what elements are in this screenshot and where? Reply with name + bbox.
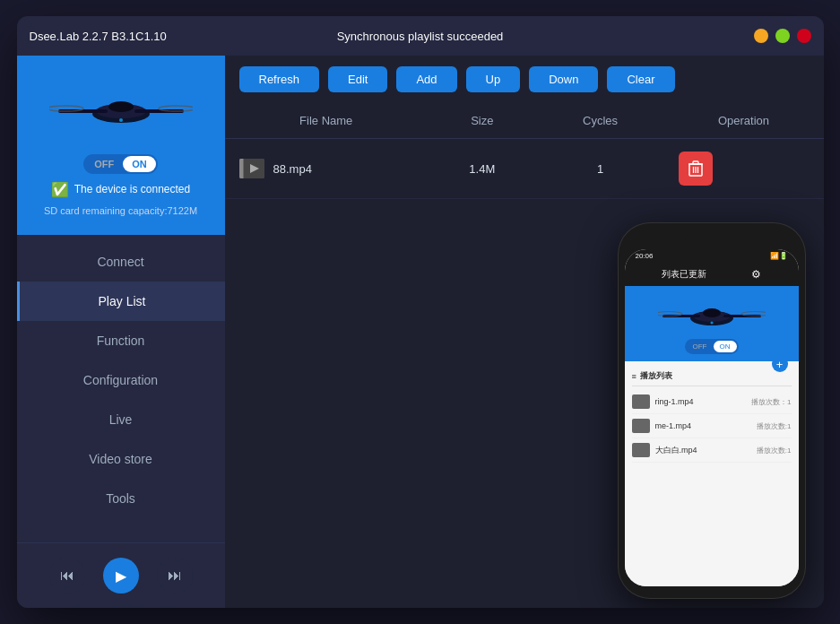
app-window: Dsee.Lab 2.2.7 B3.1C1.10 Synchronous pla… bbox=[17, 16, 824, 608]
sidebar-item-function[interactable]: Function bbox=[17, 321, 225, 360]
svg-point-7 bbox=[119, 118, 123, 122]
app-title: Dsee.Lab 2.2.7 B3.1C1.10 bbox=[30, 30, 167, 43]
cell-cycles: 1 bbox=[537, 139, 664, 199]
title-bar: Dsee.Lab 2.2.7 B3.1C1.10 Synchronous pla… bbox=[17, 16, 824, 56]
nav-items: Connect Play List Function Configuration… bbox=[17, 235, 225, 542]
main-layout: OFF ON ✅ The device is connected SD card… bbox=[17, 56, 824, 608]
add-button[interactable]: Add bbox=[396, 66, 456, 92]
edit-button[interactable]: Edit bbox=[328, 66, 387, 92]
phone-toggle: OFF ON bbox=[685, 339, 739, 354]
phone-header: 列表已更新 ⚙ bbox=[625, 263, 799, 286]
phone-toggle-on: ON bbox=[714, 341, 737, 352]
connected-text: The device is connected bbox=[74, 183, 190, 195]
phone-screen: 20:06 📶🔋 列表已更新 ⚙ bbox=[625, 249, 799, 586]
file-icon bbox=[239, 159, 264, 178]
col-cycles: Cycles bbox=[537, 103, 664, 139]
phone-status-bar: 20:06 📶🔋 bbox=[625, 249, 799, 263]
list-item: me-1.mp4 播放次数:1 bbox=[632, 414, 792, 438]
phone-thumb-2 bbox=[632, 419, 650, 433]
list-item: 大白白.mp4 播放次数:1 bbox=[632, 438, 792, 463]
device-panel: OFF ON ✅ The device is connected SD card… bbox=[17, 56, 225, 235]
cell-operation bbox=[664, 139, 824, 199]
phone-filename-1: ring-1.mp4 bbox=[655, 397, 747, 406]
col-size: Size bbox=[428, 103, 537, 139]
phone-cycles-3: 播放次数:1 bbox=[757, 446, 792, 455]
close-button[interactable] bbox=[797, 29, 811, 43]
phone-cycles-2: 播放次数:1 bbox=[757, 421, 792, 431]
phone-cycles-1: 播放次数：1 bbox=[751, 397, 791, 407]
list-header-text: 播放列表 bbox=[640, 370, 672, 382]
play-button[interactable]: ▶ bbox=[103, 558, 139, 594]
next-button[interactable]: ⏭ bbox=[157, 558, 193, 594]
list-icon: ≡ bbox=[632, 372, 636, 381]
sidebar-item-configuration[interactable]: Configuration bbox=[17, 360, 225, 400]
toggle-off-label: OFF bbox=[85, 156, 123, 172]
phone-list-header: ≡ 播放列表 bbox=[632, 367, 792, 386]
down-button[interactable]: Down bbox=[529, 66, 598, 92]
device-image bbox=[49, 75, 193, 147]
sidebar: OFF ON ✅ The device is connected SD card… bbox=[17, 56, 225, 608]
toggle-on-label: ON bbox=[123, 156, 156, 172]
svg-rect-13 bbox=[693, 161, 698, 164]
filename-text: 88.mp4 bbox=[273, 162, 312, 176]
cell-size: 1.4M bbox=[428, 139, 537, 199]
svg-rect-9 bbox=[239, 159, 244, 178]
file-cell: 88.mp4 bbox=[239, 159, 413, 178]
table-header-row: File Name Size Cycles Operation bbox=[225, 103, 824, 139]
toolbar: Refresh Edit Add Up Down Clear bbox=[225, 56, 824, 103]
device-status: ✅ The device is connected bbox=[51, 181, 190, 198]
sidebar-item-tools[interactable]: Tools bbox=[17, 479, 225, 518]
sd-capacity-text: SD card remaining capacity:7122M bbox=[44, 205, 197, 216]
content-area: Refresh Edit Add Up Down Clear File Name… bbox=[225, 56, 824, 608]
playback-controls: ⏮ ▶ ⏭ bbox=[17, 542, 225, 608]
svg-point-24 bbox=[710, 322, 713, 325]
col-filename: File Name bbox=[225, 103, 428, 139]
video-file-icon bbox=[239, 159, 264, 178]
phone-device-area: OFF ON bbox=[625, 286, 799, 361]
playlist-table: File Name Size Cycles Operation bbox=[225, 103, 824, 199]
phone-thumb-3 bbox=[632, 443, 650, 457]
clear-button[interactable]: Clear bbox=[607, 66, 674, 92]
drone-illustration bbox=[49, 80, 193, 143]
device-toggle[interactable]: OFF ON bbox=[83, 154, 158, 174]
phone-filename-2: me-1.mp4 bbox=[655, 421, 751, 430]
check-icon: ✅ bbox=[51, 181, 69, 198]
refresh-button[interactable]: Refresh bbox=[239, 66, 320, 92]
sidebar-item-videostore[interactable]: Video store bbox=[17, 439, 225, 479]
phone-drone-image bbox=[658, 293, 766, 334]
maximize-button[interactable] bbox=[775, 29, 790, 43]
svg-point-23 bbox=[703, 308, 721, 317]
list-item: ring-1.mp4 播放次数：1 bbox=[632, 390, 792, 414]
table-row: 88.mp4 1.4M 1 bbox=[225, 139, 824, 199]
status-message: Synchronous playlist succeeded bbox=[337, 30, 504, 43]
prev-button[interactable]: ⏮ bbox=[49, 558, 85, 594]
cell-filename: 88.mp4 bbox=[225, 139, 428, 199]
sidebar-item-playlist[interactable]: Play List bbox=[17, 282, 225, 321]
phone-filename-3: 大白白.mp4 bbox=[655, 445, 751, 456]
window-controls bbox=[754, 29, 811, 43]
phone-notch bbox=[685, 235, 739, 244]
minimize-button[interactable] bbox=[754, 29, 768, 43]
phone-header-title: 列表已更新 bbox=[662, 268, 706, 281]
phone-frame: 20:06 📶🔋 列表已更新 ⚙ bbox=[618, 222, 806, 599]
phone-signal: 📶🔋 bbox=[770, 252, 788, 260]
phone-list-area: + ≡ 播放列表 ring-1.mp4 播放次数：1 bbox=[625, 361, 799, 586]
phone-time: 20:06 bbox=[636, 252, 654, 260]
sidebar-item-live[interactable]: Live bbox=[17, 400, 225, 439]
gear-icon: ⚙ bbox=[751, 268, 761, 281]
phone-overlay: 20:06 📶🔋 列表已更新 ⚙ bbox=[618, 222, 806, 599]
col-operation: Operation bbox=[664, 103, 824, 139]
svg-point-6 bbox=[108, 101, 134, 112]
phone-thumb-1 bbox=[632, 394, 650, 409]
sidebar-item-connect[interactable]: Connect bbox=[17, 242, 225, 282]
up-button[interactable]: Up bbox=[466, 66, 521, 92]
delete-button[interactable] bbox=[679, 152, 713, 186]
trash-icon bbox=[688, 160, 703, 177]
phone-toggle-off: OFF bbox=[687, 341, 714, 352]
